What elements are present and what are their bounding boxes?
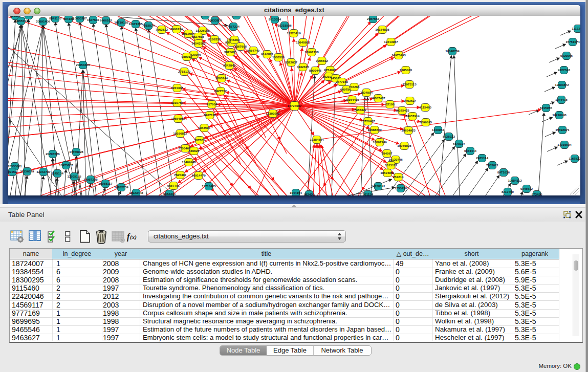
svg-text:1167533: 1167533 (569, 157, 580, 160)
svg-text:9115460: 9115460 (419, 105, 431, 109)
svg-text:18226058: 18226058 (195, 29, 210, 32)
svg-text:9827503: 9827503 (192, 35, 205, 38)
svg-text:7625402: 7625402 (174, 173, 187, 177)
svg-text:16154808: 16154808 (375, 28, 389, 31)
svg-text:10973493: 10973493 (391, 53, 406, 57)
svg-text:12093872: 12093872 (555, 83, 569, 86)
svg-text:19756928: 19756928 (397, 144, 411, 147)
svg-text:8990448: 8990448 (309, 69, 322, 72)
svg-text:16120746: 16120746 (388, 158, 403, 161)
svg-text:991250: 991250 (231, 16, 242, 17)
svg-text:16210643: 16210643 (552, 113, 567, 117)
svg-text:11325419: 11325419 (287, 31, 301, 35)
svg-text:8960124: 8960124 (170, 27, 183, 31)
svg-text:1117202: 1117202 (572, 27, 580, 30)
svg-text:20053346: 20053346 (76, 63, 90, 67)
svg-text:7955812: 7955812 (316, 59, 329, 62)
svg-text:24055724: 24055724 (14, 19, 28, 23)
svg-text:19654923: 19654923 (401, 128, 416, 132)
svg-text:16961758: 16961758 (304, 50, 319, 54)
svg-text:15716485: 15716485 (202, 184, 216, 188)
svg-text:7386322: 7386322 (354, 108, 367, 112)
svg-text:746266: 746266 (349, 85, 360, 89)
svg-text:9245612: 9245612 (520, 187, 533, 190)
svg-text:18807249: 18807249 (373, 140, 387, 144)
svg-text:18524851: 18524851 (380, 171, 395, 174)
svg-text:1010755: 1010755 (171, 101, 184, 104)
svg-text:19384554: 19384554 (310, 138, 324, 141)
svg-text:16033809: 16033809 (208, 18, 222, 22)
svg-text:(x): (x) (130, 234, 137, 240)
svg-text:201154: 201154 (363, 192, 374, 195)
svg-text:10807487: 10807487 (371, 96, 385, 100)
svg-text:10654112: 10654112 (508, 179, 522, 182)
svg-text:989012: 989012 (182, 55, 192, 58)
svg-text:10025433: 10025433 (395, 108, 409, 112)
svg-text:10719185: 10719185 (114, 20, 128, 24)
svg-text:7485003: 7485003 (400, 68, 412, 72)
svg-text:20364436: 20364436 (345, 98, 359, 101)
svg-text:62100: 62100 (385, 102, 395, 106)
svg-text:1221338: 1221338 (171, 86, 184, 90)
svg-text:9227343: 9227343 (558, 68, 571, 72)
svg-text:3875685: 3875685 (224, 50, 237, 54)
svg-text:2087652: 2087652 (367, 17, 380, 20)
svg-text:3824554: 3824554 (360, 91, 373, 94)
svg-text:10688609: 10688609 (367, 128, 382, 132)
svg-text:12923448: 12923448 (129, 191, 143, 194)
svg-text:9146821: 9146821 (261, 52, 274, 56)
svg-text:17016504: 17016504 (557, 143, 572, 146)
svg-text:8813054: 8813054 (269, 17, 281, 21)
svg-text:546203: 546203 (229, 38, 240, 41)
svg-text:10653267: 10653267 (73, 16, 87, 20)
svg-text:7663822: 7663822 (156, 28, 168, 31)
svg-text:3267110: 3267110 (204, 113, 216, 117)
svg-text:1162615: 1162615 (297, 65, 309, 69)
svg-text:6879197: 6879197 (453, 142, 466, 145)
svg-text:14138141: 14138141 (371, 184, 385, 188)
svg-text:20206526: 20206526 (46, 152, 60, 156)
svg-text:12975115: 12975115 (402, 82, 417, 86)
svg-text:2367608: 2367608 (234, 45, 247, 48)
svg-text:8215955: 8215955 (540, 106, 553, 110)
svg-text:7515524: 7515524 (142, 24, 155, 27)
svg-text:884067: 884067 (382, 151, 393, 155)
svg-text:8841155: 8841155 (49, 16, 61, 20)
svg-text:14957914: 14957914 (405, 114, 420, 118)
svg-text:9463627: 9463627 (404, 99, 417, 102)
svg-text:15409948: 15409948 (182, 160, 196, 164)
svg-text:8427552: 8427552 (214, 89, 227, 93)
svg-text:2935114: 2935114 (476, 156, 488, 160)
svg-text:1615112: 1615112 (385, 163, 397, 167)
svg-text:17957225: 17957225 (83, 178, 98, 181)
svg-text:1244415: 1244415 (555, 98, 568, 101)
svg-text:19218506: 19218506 (277, 24, 292, 27)
svg-text:514550: 514550 (200, 16, 211, 17)
svg-text:9474444: 9474444 (464, 149, 477, 152)
svg-text:992450: 992450 (304, 192, 315, 195)
svg-text:417004: 417004 (207, 102, 217, 106)
svg-text:12942737: 12942737 (36, 170, 51, 173)
svg-text:16914479: 16914479 (191, 173, 206, 177)
svg-text:8186323: 8186323 (208, 37, 221, 41)
svg-text:9482314: 9482314 (163, 192, 176, 195)
svg-text:9777169: 9777169 (336, 80, 349, 83)
svg-text:17359928: 17359928 (69, 150, 83, 154)
svg-text:1145134: 1145134 (51, 171, 63, 175)
svg-text:7857224: 7857224 (227, 25, 240, 28)
svg-text:9734028: 9734028 (324, 68, 337, 72)
svg-text:16543362: 16543362 (191, 41, 206, 45)
svg-text:8217450: 8217450 (502, 190, 514, 193)
svg-text:549822: 549822 (189, 149, 200, 152)
svg-text:10671355: 10671355 (128, 22, 143, 26)
svg-text:109331: 109331 (24, 16, 34, 17)
svg-text:973450: 973450 (532, 192, 542, 195)
svg-text:6966102: 6966102 (100, 18, 113, 22)
svg-text:587831: 587831 (194, 138, 205, 142)
svg-text:26535001: 26535001 (8, 164, 22, 168)
svg-text:15720407: 15720407 (361, 119, 375, 123)
svg-text:19166822: 19166822 (173, 132, 187, 135)
svg-text:9242848: 9242848 (223, 63, 236, 67)
svg-text:99159: 99159 (8, 170, 17, 173)
svg-text:1527602: 1527602 (87, 18, 100, 21)
